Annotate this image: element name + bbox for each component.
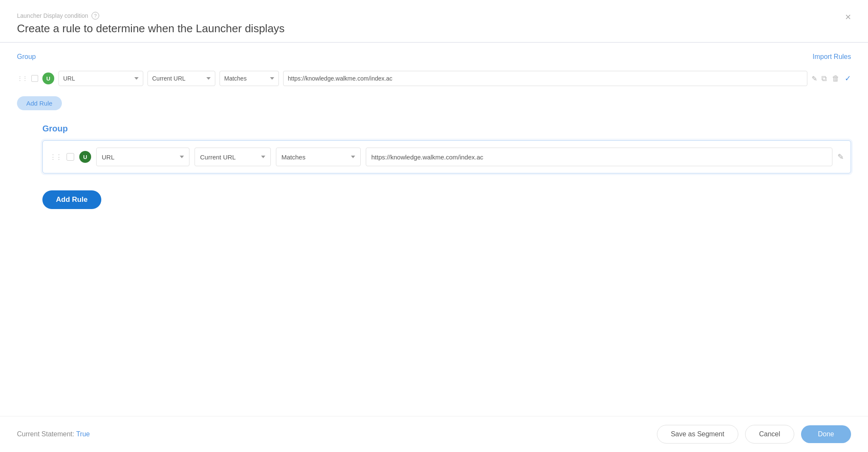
- top-rule-copy-button[interactable]: ⧉: [821, 74, 827, 83]
- top-rule-row: ⋮⋮ U URL Current URL Matches ✎ ⧉ 🗑 ✓: [17, 67, 851, 89]
- save-segment-button[interactable]: Save as Segment: [657, 425, 738, 444]
- top-rule-delete-button[interactable]: 🗑: [832, 74, 840, 83]
- group-title: Group: [42, 124, 851, 134]
- top-rule-url-select[interactable]: URL: [58, 71, 143, 86]
- group-rule-badge: U: [79, 151, 91, 163]
- group-add-rule-button[interactable]: Add Rule: [42, 190, 101, 209]
- top-add-rule-button[interactable]: Add Rule: [17, 96, 62, 110]
- drag-handle-icon[interactable]: ⋮⋮: [17, 75, 27, 82]
- modal-header: Launcher Display condition ? Create a ru…: [0, 0, 868, 43]
- group-box: ⋮⋮ U URL Current URL Matches ✎: [42, 140, 851, 173]
- group-section: Group ⋮⋮ U URL Current URL Matches: [42, 124, 851, 209]
- group-rule-row: ⋮⋮ U URL Current URL Matches ✎: [50, 148, 844, 166]
- top-rule-checkbox[interactable]: [31, 75, 38, 82]
- top-rule-check-button[interactable]: ✓: [845, 74, 851, 83]
- group-rule-url-select[interactable]: URL: [96, 148, 189, 166]
- group-rule-condition-select[interactable]: Current URL: [195, 148, 271, 166]
- current-statement-value: True: [76, 430, 90, 438]
- group-rule-checkbox[interactable]: [67, 153, 74, 161]
- top-rule-url-input[interactable]: [283, 71, 807, 86]
- group-rule-matches-select[interactable]: Matches: [276, 148, 361, 166]
- top-rule-matches-select[interactable]: Matches: [220, 71, 279, 86]
- import-rules-button[interactable]: Import Rules: [812, 53, 851, 61]
- current-statement: Current Statement: True: [17, 430, 90, 438]
- group-rule-url-input[interactable]: [366, 148, 832, 166]
- modal-title: Create a rule to determine when the Laun…: [17, 22, 851, 35]
- close-button[interactable]: ×: [845, 12, 851, 22]
- done-button[interactable]: Done: [801, 425, 851, 443]
- cancel-button[interactable]: Cancel: [745, 425, 794, 444]
- modal-subtitle-row: Launcher Display condition ?: [17, 12, 851, 20]
- group-label-top[interactable]: Group: [17, 53, 36, 61]
- top-rule-edit-icon[interactable]: ✎: [812, 75, 817, 83]
- modal-footer: Current Statement: True Save as Segment …: [0, 416, 868, 452]
- top-add-rule-area: Add Rule: [17, 96, 851, 110]
- top-rule-actions: ⧉ 🗑 ✓: [821, 74, 851, 83]
- group-rule-edit-icon[interactable]: ✎: [837, 152, 844, 162]
- current-statement-label: Current Statement:: [17, 430, 74, 438]
- footer-actions: Save as Segment Cancel Done: [657, 425, 851, 444]
- top-rule-badge: U: [42, 73, 54, 84]
- modal-subtitle: Launcher Display condition: [17, 12, 88, 19]
- modal-body: Group Import Rules ⋮⋮ U URL Current URL …: [0, 43, 868, 416]
- top-bar: Group Import Rules: [17, 53, 851, 61]
- top-rule-condition-select[interactable]: Current URL: [147, 71, 215, 86]
- group-drag-handle-icon[interactable]: ⋮⋮: [50, 153, 61, 161]
- help-icon[interactable]: ?: [92, 12, 99, 20]
- modal-container: Launcher Display condition ? Create a ru…: [0, 0, 868, 452]
